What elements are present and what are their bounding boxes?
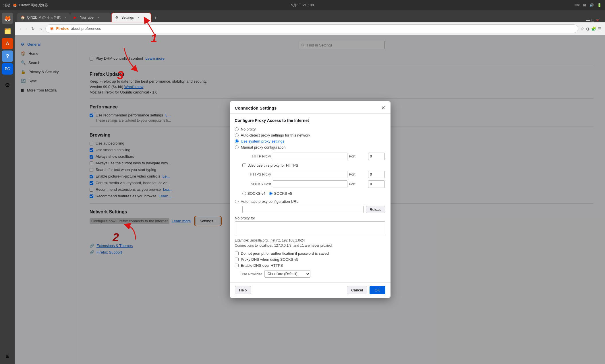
- menu-button[interactable]: ☰: [598, 26, 602, 31]
- bookmark-button[interactable]: ☆: [581, 26, 584, 31]
- tab-label-qin2dim: QIN2DIM の 个人导航: [27, 15, 61, 20]
- help-button[interactable]: Help: [235, 286, 251, 294]
- pocket-button[interactable]: ◑: [586, 26, 589, 31]
- tab-qin2dim[interactable]: 🏠 QIN2DIM の 个人导航 ✕: [17, 13, 70, 22]
- provider-select[interactable]: Cloudflare (Default): [264, 270, 310, 278]
- system-network-icon: ⊞: [583, 3, 586, 7]
- extensions-button[interactable]: 🧩: [591, 26, 596, 31]
- https-proxy-input[interactable]: [273, 171, 347, 178]
- socks5-label: SOCKS v5: [274, 191, 292, 196]
- system-bar: 活动 🦊 Firefox 网络浏览器 5月6日 21：39 中▾ ⊞ 🔊 🔋: [0, 0, 605, 10]
- auto-proxy-url-radio[interactable]: [235, 200, 239, 203]
- browser-window: 🏠 QIN2DIM の 个人导航 ✕ ▶ YouTube ✕ ⚙ Setting…: [15, 10, 605, 364]
- https-proxy-label: HTTPS Proxy: [242, 172, 271, 176]
- http-proxy-label: HTTP Proxy: [242, 154, 271, 158]
- tab-favicon-qin2dim: 🏠: [21, 15, 25, 20]
- dock-apps[interactable]: ⊞: [2, 350, 13, 362]
- auto-detect-radio[interactable]: [235, 133, 239, 137]
- forward-button[interactable]: ›: [24, 25, 28, 32]
- also-https-row: Also use this proxy for HTTPS: [242, 162, 385, 168]
- socks4-label: SOCKS v4: [248, 191, 266, 196]
- https-port-label: Port: [349, 172, 366, 176]
- no-auth-checkbox[interactable]: [235, 252, 239, 255]
- tab-close-youtube[interactable]: ✕: [97, 16, 99, 19]
- auto-detect-label: Auto-detect proxy settings for this netw…: [241, 133, 310, 137]
- system-bar-left: 活动 🦊 Firefox 网络浏览器: [3, 3, 48, 8]
- firefox-label: 🦊: [13, 3, 17, 7]
- http-port-input[interactable]: [368, 153, 385, 160]
- dock-settings[interactable]: ⚙: [2, 79, 13, 91]
- tab-close-settings[interactable]: ✕: [137, 16, 140, 19]
- reload-button[interactable]: ↻: [30, 25, 36, 32]
- nav-bar: ‹ › ↻ ⌂ 🦊 Firefox about:preferences ☆ ◑ …: [15, 22, 605, 35]
- dialog-footer: Help Cancel OK: [230, 282, 391, 298]
- no-proxy-radio-row: No proxy: [235, 126, 385, 132]
- no-proxy-for-textarea[interactable]: [235, 221, 385, 236]
- system-volume-icon: 🔊: [589, 3, 594, 7]
- ok-button[interactable]: OK: [370, 286, 385, 294]
- home-button[interactable]: ⌂: [38, 25, 43, 32]
- http-port-label: Port: [349, 154, 366, 158]
- socks4-row: SOCKS v4: [242, 191, 266, 196]
- use-system-label: Use system proxy settings: [241, 139, 285, 143]
- close-btn[interactable]: ✕: [596, 18, 599, 22]
- dock-files[interactable]: 🗂️: [2, 25, 13, 37]
- reload-button[interactable]: Reload: [366, 206, 385, 213]
- manual-proxy-radio[interactable]: [235, 145, 239, 149]
- cancel-button[interactable]: Cancel: [347, 286, 367, 294]
- dns-over-https-checkbox[interactable]: [235, 264, 239, 267]
- also-https-checkbox[interactable]: [242, 163, 246, 167]
- minimize-btn[interactable]: —: [586, 18, 590, 22]
- tab-favicon-youtube: ▶: [74, 15, 78, 20]
- connection-settings-dialog: Connection Settings ✕ Configure Proxy Ac…: [230, 101, 391, 298]
- dock-firefox[interactable]: 🦊: [2, 13, 13, 24]
- dock-divider: [3, 77, 12, 77]
- auto-proxy-url-row: Reload: [242, 206, 385, 213]
- no-auth-label: Do not prompt for authentication if pass…: [241, 251, 329, 256]
- firefox-browser-icon: 🦊: [50, 27, 54, 31]
- socks-host-input[interactable]: [273, 180, 347, 188]
- address-bar[interactable]: 🦊 Firefox about:preferences: [45, 24, 578, 33]
- provider-row: Use Provider Cloudflare (Default): [241, 270, 385, 278]
- system-input-icon: 中▾: [575, 3, 580, 8]
- maximize-btn[interactable]: □: [592, 18, 594, 22]
- new-tab-button[interactable]: +: [152, 14, 160, 22]
- tab-bar: 🏠 QIN2DIM の 个人导航 ✕ ▶ YouTube ✕ ⚙ Setting…: [15, 10, 605, 22]
- tab-label-youtube: YouTube: [80, 15, 94, 20]
- no-proxy-radio[interactable]: [235, 127, 239, 131]
- tab-close-qin2dim[interactable]: ✕: [64, 16, 66, 19]
- dock-orange[interactable]: A: [2, 38, 13, 49]
- dock-help[interactable]: ?: [2, 50, 13, 62]
- dialog-header: Connection Settings ✕: [230, 101, 391, 114]
- dock: 🦊 🗂️ A ? PC ⚙ ⊞: [0, 10, 15, 364]
- tab-label-settings: Settings: [121, 15, 134, 20]
- proxy-dns-label: Proxy DNS when using SOCKS v5: [241, 257, 298, 262]
- tab-youtube[interactable]: ▶ YouTube ✕: [70, 13, 111, 22]
- socks5-radio[interactable]: [269, 192, 272, 195]
- hint-1: Example: .mozilla.org, .net.nz, 192.168.…: [235, 238, 385, 242]
- provider-label: Use Provider: [241, 272, 262, 276]
- auto-proxy-url-input[interactable]: [242, 206, 364, 213]
- browser-label: Firefox: [56, 26, 69, 31]
- dock-pc[interactable]: PC: [2, 63, 13, 75]
- use-system-radio-row: Use system proxy settings: [235, 138, 385, 144]
- socks-port-input[interactable]: [368, 180, 385, 188]
- dns-over-https-label: Enable DNS over HTTPS: [241, 263, 283, 268]
- socks5-row: SOCKS v5: [269, 191, 292, 196]
- proxy-dns-row: Proxy DNS when using SOCKS v5: [235, 256, 385, 262]
- socks-port-label: Port: [349, 182, 366, 186]
- http-proxy-input[interactable]: [273, 153, 347, 160]
- url-display[interactable]: about:preferences: [71, 26, 101, 31]
- no-proxy-label: No proxy: [241, 127, 256, 131]
- back-button[interactable]: ‹: [18, 25, 22, 32]
- also-https-label: Also use this proxy for HTTPS: [248, 163, 298, 168]
- dialog-close-button[interactable]: ✕: [381, 105, 385, 110]
- socks4-radio[interactable]: [242, 192, 246, 195]
- tab-settings[interactable]: ⚙ Settings ✕: [111, 13, 151, 22]
- use-system-radio[interactable]: [235, 139, 239, 143]
- http-proxy-grid: HTTP Proxy Port: [242, 153, 385, 160]
- proxy-section-title: Configure Proxy Access to the Internet: [235, 118, 385, 123]
- https-port-input[interactable]: [368, 171, 385, 178]
- proxy-dns-checkbox[interactable]: [235, 258, 239, 261]
- activity-label[interactable]: 活动: [3, 3, 10, 8]
